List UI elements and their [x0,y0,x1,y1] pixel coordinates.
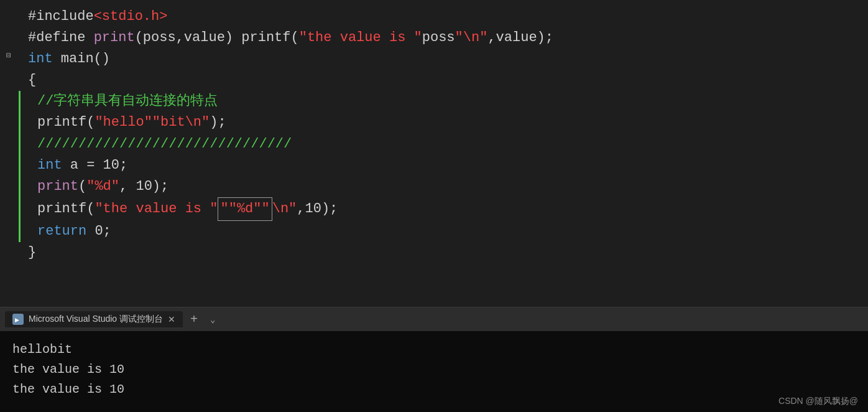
code-line-12: } [19,242,868,263]
output-line-1: hellobit [12,340,856,360]
code-line-5: //字符串具有自动连接的特点 [19,91,868,112]
close-brace: } [28,242,36,263]
keyword-int-2: int [37,155,62,176]
macro-name: print [94,27,135,49]
csdn-watermark: CSDN @随风飘扬@ [778,396,858,407]
keyword-int: int [28,49,53,70]
keyword-return: return [37,221,86,242]
preproc-keyword: #include [28,6,94,27]
print-args: , 10); [119,176,169,197]
string-2: "\n" [455,27,488,49]
terminal-output: hellobit the value is 10 the value is 10 [0,331,868,412]
comment-chinese: //字符串具有自动连接的特点 [37,91,218,112]
code-line-4: { [19,70,868,91]
code-line-7: /////////////////////////////// [19,134,868,155]
code-line-1: #include<stdio.h> [19,6,868,27]
terminal-add-button[interactable]: + [185,312,203,327]
terminal-area: ▶ Microsoft Visual Studio 调试控制台 ✕ + ⌄ he… [0,307,868,412]
var-a: a = 10; [62,155,128,176]
code-line-10: printf("the value is """%d""\n",10); [19,197,868,221]
string-newline: \n" [272,199,297,220]
code-line-2: #define print(poss,value) printf("the va… [19,27,868,49]
string-percent-d: "%d" [86,176,119,197]
terminal-tabs: ▶ Microsoft Visual Studio 调试控制台 ✕ + ⌄ [0,307,868,331]
paren-close-1: ); [210,112,226,133]
string-the-value: "the value is " [95,199,218,220]
svg-text:▶: ▶ [15,317,19,323]
main-func: main() [53,49,110,70]
string-hello: "hello" [95,112,152,133]
terminal-tab-label: Microsoft Visual Studio 调试控制台 [29,314,163,325]
code-editor: #include<stdio.h> #define print(poss,val… [0,0,868,307]
code-line-9: print("%d", 10); [19,176,868,197]
string-percent-d-3: %d [237,201,253,217]
include-header: <stdio.h> [94,6,168,27]
comma-value: ,value); [487,27,553,49]
string-bit: "bit\n" [152,112,210,133]
printf-2: printf( [37,199,95,220]
printf-end: ,10); [297,199,338,220]
output-line-2: the value is 10 [12,360,856,380]
code-line-8: int a = 10; [19,155,868,176]
preproc-define: #define [28,27,94,49]
output-line-3: the value is 10 [12,380,856,400]
poss-ref: poss [422,27,455,49]
terminal-tab-vs[interactable]: ▶ Microsoft Visual Studio 调试控制台 ✕ [5,311,183,327]
code-line-3: ⊟ int main() [19,49,868,70]
terminal-tab-close[interactable]: ✕ [168,314,175,324]
return-val: 0; [86,221,111,242]
printf-call: printf( [241,27,298,49]
code-line-11: return 0; [19,221,868,242]
string-1: "the value is " [299,27,422,49]
highlight-box: ""%d"" [218,197,272,221]
open-brace: { [28,70,36,91]
collapse-icon[interactable]: ⊟ [6,50,11,62]
code-line-6: printf("hello""bit\n"); [19,112,868,133]
print-open: ( [78,176,86,197]
macro-print: print [37,176,78,197]
macro-params: (poss,value) [135,27,242,49]
string-percent-d-4: "" [253,201,269,217]
terminal-chevron[interactable]: ⌄ [205,314,220,325]
comment-divider: /////////////////////////////// [37,134,292,155]
string-percent-d-2: "" [220,201,236,217]
vs-icon: ▶ [12,314,24,325]
printf-hello: printf( [37,112,95,133]
